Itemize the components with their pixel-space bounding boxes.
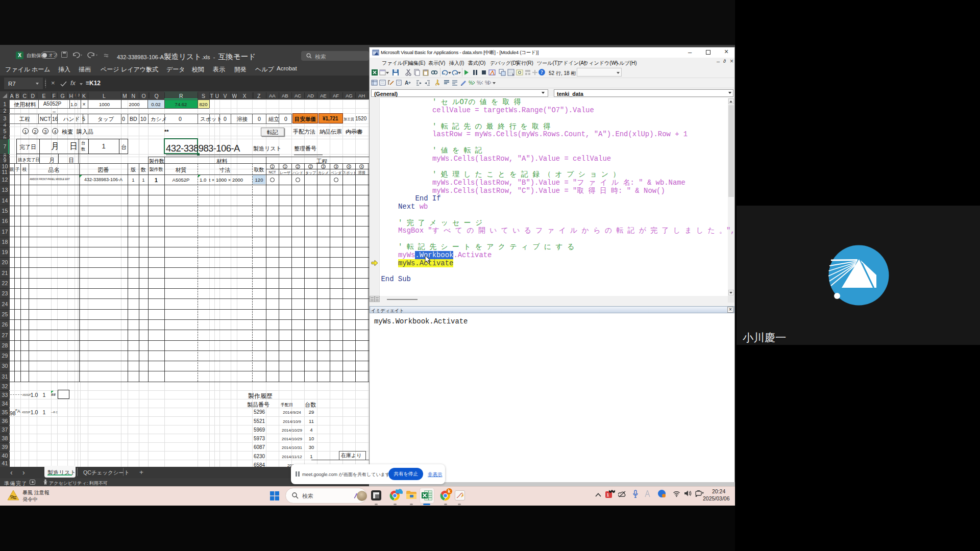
svg-text:%: %	[469, 80, 473, 86]
svg-text:A: A	[405, 80, 408, 86]
svg-text:?: ?	[541, 69, 543, 75]
svg-text:%: %	[477, 80, 481, 86]
